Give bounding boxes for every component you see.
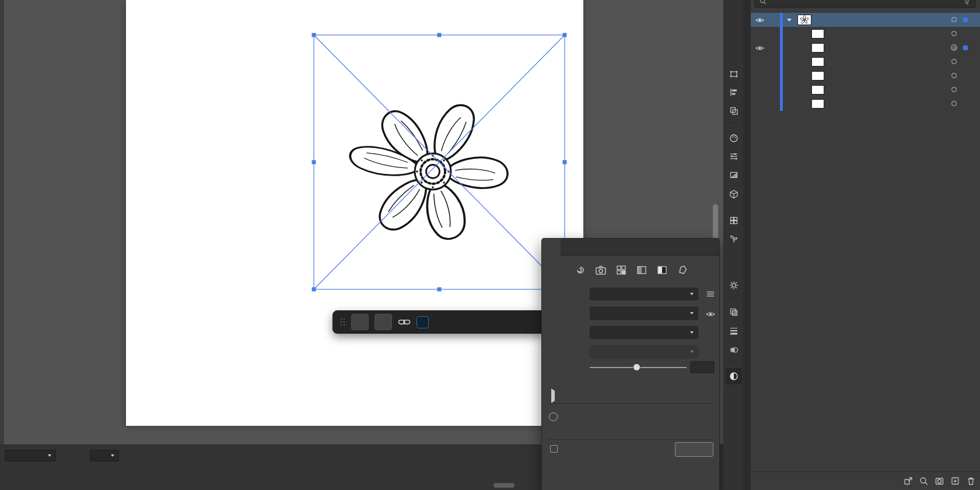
transform-panel-icon[interactable] xyxy=(726,66,742,82)
gradient-panel-icon[interactable] xyxy=(726,167,742,183)
layer-color-bar xyxy=(780,41,783,55)
divider xyxy=(727,270,740,270)
layer-color-bar xyxy=(780,27,783,41)
search-input[interactable] xyxy=(754,0,976,8)
target-circle-icon[interactable] xyxy=(951,73,957,78)
item-thumbnail[interactable] xyxy=(811,57,824,66)
new-layer-icon[interactable] xyxy=(950,476,960,486)
locate-object-icon[interactable] xyxy=(919,476,929,486)
chevron-down-icon xyxy=(690,331,694,334)
selection-bounding-box[interactable] xyxy=(312,33,567,292)
divider xyxy=(548,439,713,440)
chevron-down-icon[interactable] xyxy=(787,19,792,22)
opentype-panel-icon[interactable] xyxy=(726,40,742,56)
item-thumbnail[interactable] xyxy=(811,99,824,108)
vertical-scrollbar-thumb[interactable] xyxy=(713,204,718,242)
image-trace-button[interactable] xyxy=(351,314,369,330)
3d-panel-icon[interactable] xyxy=(726,186,742,202)
target-circle-icon[interactable] xyxy=(951,101,957,106)
trace-button[interactable] xyxy=(675,442,713,457)
link-icon[interactable] xyxy=(398,316,411,328)
layer-row[interactable] xyxy=(751,69,980,83)
preset-dropdown[interactable] xyxy=(590,288,698,300)
item-thumbnail[interactable] xyxy=(811,29,824,38)
selection-indicator[interactable] xyxy=(963,18,968,22)
chevron-down-icon xyxy=(690,351,694,353)
mask-image-button[interactable] xyxy=(374,314,392,330)
stroke-panel-icon[interactable] xyxy=(726,323,742,339)
auto-color-icon[interactable] xyxy=(573,263,587,277)
layer-row[interactable] xyxy=(751,41,980,55)
horizontal-scrollbar-thumb[interactable] xyxy=(494,483,514,488)
preset-menu-icon[interactable] xyxy=(705,289,716,299)
target-circle-icon[interactable] xyxy=(951,87,957,92)
layer-row[interactable] xyxy=(751,13,980,27)
outline-icon[interactable] xyxy=(676,263,690,277)
color-panel-icon[interactable] xyxy=(726,130,742,146)
selection-indicator[interactable] xyxy=(963,46,968,50)
target-double-circle-icon[interactable] xyxy=(951,44,957,51)
high-color-icon[interactable] xyxy=(594,263,608,277)
advanced-disclosure-icon[interactable] xyxy=(551,391,555,401)
divider xyxy=(727,205,740,206)
make-mask-icon[interactable] xyxy=(935,476,944,486)
divider xyxy=(548,403,713,404)
grayscale-icon[interactable] xyxy=(635,263,649,277)
transparency-panel-icon[interactable] xyxy=(726,304,742,320)
item-thumbnail[interactable] xyxy=(811,71,824,80)
pathfinder-panel-icon[interactable] xyxy=(726,103,742,119)
view-dropdown[interactable] xyxy=(590,307,698,320)
color-guide-panel-icon[interactable] xyxy=(726,148,742,164)
panel-header xyxy=(542,239,719,256)
drag-grip-icon[interactable] xyxy=(340,317,345,327)
black-white-icon[interactable] xyxy=(655,263,669,277)
rotation-field[interactable] xyxy=(5,450,56,461)
libraries-panel-icon[interactable] xyxy=(726,231,742,247)
threshold-value-field[interactable] xyxy=(690,361,715,373)
visibility-eye-icon[interactable] xyxy=(755,17,764,23)
delete-layer-icon[interactable] xyxy=(966,476,976,486)
photoshop-icon[interactable] xyxy=(416,316,429,328)
layer-row[interactable] xyxy=(751,55,980,69)
divider xyxy=(727,297,740,298)
layer-thumbnail[interactable] xyxy=(797,15,811,25)
search-icon xyxy=(760,0,766,5)
layer-color-bar xyxy=(780,55,783,69)
divider xyxy=(727,58,740,59)
image-trace-tab[interactable] xyxy=(542,239,561,256)
window-left-edge xyxy=(0,0,4,490)
image-trace-panel-icon[interactable] xyxy=(726,368,742,384)
layer-row[interactable] xyxy=(751,27,980,41)
brushes-panel-icon[interactable] xyxy=(726,277,742,293)
layer-color-bar xyxy=(780,83,783,97)
info-icon xyxy=(549,412,558,421)
character-panel-icon[interactable] xyxy=(726,2,742,19)
target-circle-icon[interactable] xyxy=(951,31,957,36)
target-circle-icon[interactable] xyxy=(951,17,957,22)
swatches-panel-icon[interactable] xyxy=(726,342,742,358)
view-eye-icon[interactable] xyxy=(705,309,716,319)
artboard-number-field[interactable] xyxy=(90,450,119,461)
align-panel-icon[interactable] xyxy=(726,84,742,100)
chevron-down-icon xyxy=(48,454,51,457)
layer-color-bar xyxy=(780,13,783,27)
item-thumbnail[interactable] xyxy=(811,85,824,94)
paragraph-panel-icon[interactable] xyxy=(726,20,742,36)
low-color-icon[interactable] xyxy=(614,263,628,277)
preview-checkbox[interactable] xyxy=(550,445,558,453)
filter-icon[interactable] xyxy=(963,0,971,5)
divider xyxy=(727,362,740,362)
artboards-panel-icon[interactable] xyxy=(726,212,742,229)
layers-panel xyxy=(750,0,980,490)
visibility-eye-icon[interactable] xyxy=(755,45,764,51)
target-circle-icon[interactable] xyxy=(951,59,957,64)
layers-footer xyxy=(751,471,980,490)
threshold-slider-thumb[interactable] xyxy=(633,363,640,371)
mode-dropdown[interactable] xyxy=(590,326,698,339)
collect-export-icon[interactable] xyxy=(903,476,913,486)
item-thumbnail[interactable] xyxy=(811,43,824,52)
symbols-panel-icon[interactable] xyxy=(726,250,742,266)
layer-row[interactable] xyxy=(751,97,980,111)
chevron-down-icon xyxy=(690,293,694,295)
layer-row[interactable] xyxy=(751,83,980,97)
